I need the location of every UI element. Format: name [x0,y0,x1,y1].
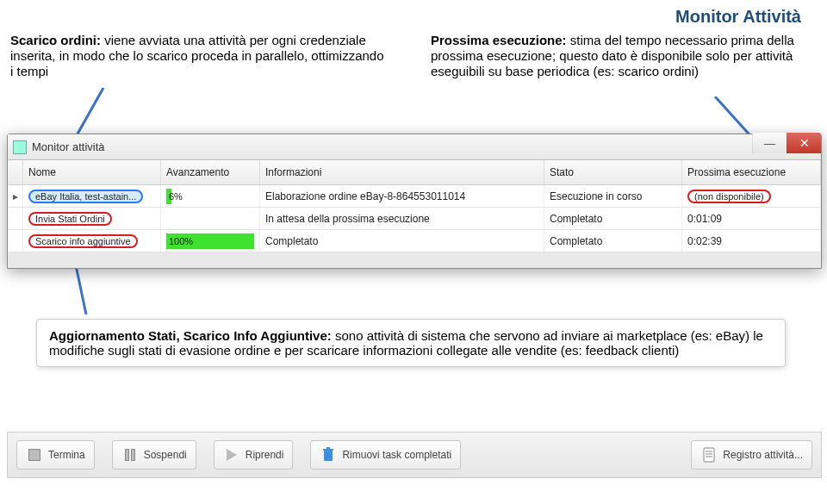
svg-rect-7 [323,449,333,451]
col-name[interactable]: Nome [23,160,161,184]
cell-state: Completato [544,208,682,229]
cell-info: In attesa della prossima esecuzione [260,208,544,229]
table-row[interactable]: Scarico info aggiuntive100%CompletatoCom… [8,230,821,252]
trash-icon [320,446,337,464]
svg-rect-9 [704,448,714,462]
cell-name: Invia Stati Ordini [23,208,161,229]
svg-rect-8 [326,447,330,449]
cell-info: Elaborazione ordine eBay-8-864553011014 [260,185,544,207]
pause-icon [121,446,139,464]
activity-log-button[interactable]: Registro attività... [691,440,812,470]
minimize-button[interactable]: — [752,133,787,153]
cell-state: Completato [544,230,682,252]
terminate-button[interactable]: Termina [16,440,95,470]
col-marker [8,160,23,184]
titlebar[interactable]: Monitor attività — ✕ [8,134,821,160]
cell-info: Completato [260,230,544,252]
cell-name: eBay Italia, test-astain... [23,185,161,207]
table-row[interactable]: Invia Stati OrdiniIn attesa della prossi… [8,208,821,230]
cell-name: Scarico info aggiuntive [23,230,161,252]
col-next[interactable]: Prossima esecuzione [682,160,821,184]
table-row[interactable]: ▸eBay Italia, test-astain...6%Elaborazio… [8,185,821,208]
resume-button[interactable]: Riprendi [214,440,294,470]
page-title: Monitor Attività [675,7,801,27]
cell-progress: 6% [161,185,260,207]
stop-icon [26,446,43,464]
col-info[interactable]: Informazioni [260,160,544,184]
row-marker [8,208,23,229]
svg-rect-6 [324,451,333,461]
close-button[interactable]: ✕ [787,133,821,153]
col-state[interactable]: Stato [544,160,682,184]
document-icon [700,446,718,464]
app-icon [13,140,27,154]
cell-state: Esecuzione in corso [544,185,682,207]
monitor-window: Monitor attività — ✕ Nome Avanzamento In… [7,134,822,269]
annotation-prossima-esecuzione: Prossima esecuzione: stima del tempo nec… [431,33,801,79]
cell-next-exec: (non disponibile) [682,185,821,207]
play-icon [223,446,240,464]
window-title: Monitor attività [32,140,105,153]
annotation-aggiornamento-stati: Aggiornamento Stati, Scarico Info Aggiun… [36,319,786,367]
col-progress[interactable]: Avanzamento [161,160,260,184]
remove-completed-button[interactable]: Rimuovi task completati [310,440,461,470]
grid-header: Nome Avanzamento Informazioni Stato Pros… [8,160,821,185]
cell-next-exec: 0:01:09 [682,208,821,229]
row-marker [8,230,23,252]
row-marker: ▸ [8,185,23,207]
cell-next-exec: 0:02:39 [682,230,821,252]
footer-toolbar: Termina Sospendi Riprendi Rimuovi task c… [7,432,822,478]
annotation-scarico-ordini: Scarico ordini: viene avviata una attivi… [10,33,389,79]
suspend-button[interactable]: Sospendi [112,440,196,470]
cell-progress: 100% [161,230,260,252]
cell-progress [161,208,260,229]
activity-grid[interactable]: Nome Avanzamento Informazioni Stato Pros… [8,160,821,268]
grid-blank [8,252,821,268]
